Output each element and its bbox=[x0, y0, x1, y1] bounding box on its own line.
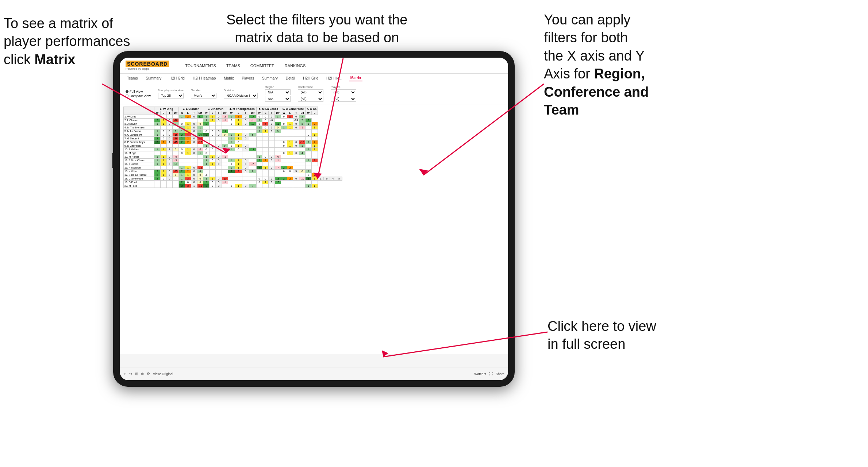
tab-matrix-active[interactable]: Matrix bbox=[349, 75, 362, 81]
table-row: 14. J Lundin11010110010-7 bbox=[124, 162, 342, 166]
region-select-2[interactable]: N/A bbox=[265, 96, 291, 102]
scoreboard-logo: SCOREBOARD Powered by clippd bbox=[126, 61, 169, 70]
player-name-cell: 14. J Lundin bbox=[124, 162, 154, 166]
table-row: 6. C Lamprecht100-16241243000110601 bbox=[124, 133, 342, 137]
matrix-cell: 0 bbox=[166, 177, 173, 181]
matrix-cell bbox=[249, 177, 257, 181]
tab-h2h-he[interactable]: H2H He... bbox=[325, 76, 344, 81]
matrix-cell: 1 bbox=[203, 119, 210, 122]
division-select[interactable]: NCAA Division I bbox=[224, 93, 258, 99]
matrix-cell: 2 bbox=[311, 122, 318, 126]
matrix-cell: 2 bbox=[179, 170, 185, 173]
matrix-cell: 0 bbox=[242, 144, 249, 148]
matrix-cell: 1 bbox=[281, 126, 287, 130]
matrix-cell bbox=[185, 162, 191, 166]
watch-label[interactable]: Watch ▾ bbox=[474, 372, 486, 376]
matrix-cell bbox=[249, 130, 257, 133]
matrix-cell bbox=[222, 151, 228, 155]
zoom-icon[interactable]: ⊕ bbox=[141, 372, 144, 376]
matrix-cell bbox=[203, 137, 210, 140]
tab-players[interactable]: Players bbox=[241, 76, 256, 81]
conference-select-1[interactable]: (All) bbox=[298, 89, 323, 95]
tab-matrix-1[interactable]: Matrix bbox=[222, 76, 235, 81]
matrix-cell: -7 bbox=[274, 166, 281, 170]
matrix-cell: 13 bbox=[274, 177, 281, 181]
matrix-cell bbox=[203, 170, 210, 173]
nav-teams[interactable]: TEAMS bbox=[225, 63, 242, 69]
matrix-cell bbox=[215, 170, 222, 173]
matrix-cell bbox=[249, 173, 257, 177]
matrix-cell bbox=[222, 170, 228, 173]
sh-l4: L bbox=[235, 111, 242, 115]
matrix-cell: 1 bbox=[311, 177, 318, 181]
share-label[interactable]: Share bbox=[496, 372, 504, 376]
fullscreen-icon[interactable]: ⛶ bbox=[489, 372, 493, 376]
compact-view-dot bbox=[126, 94, 128, 97]
undo-icon[interactable]: ↩ bbox=[123, 372, 126, 376]
matrix-cell: -1 bbox=[222, 181, 228, 184]
matrix-cell bbox=[281, 184, 287, 188]
matrix-cell: 0 bbox=[269, 130, 275, 133]
settings-icon[interactable]: ⚙ bbox=[147, 372, 150, 376]
matrix-cell: 3 bbox=[203, 133, 210, 137]
gender-select[interactable]: Men's bbox=[191, 93, 216, 99]
player-name-cell: 17. S De La Fuente bbox=[124, 173, 154, 177]
matrix-cell: 1 bbox=[228, 166, 235, 170]
sh-w2: W bbox=[179, 111, 185, 115]
matrix-cell bbox=[242, 130, 249, 133]
tab-summary[interactable]: Summary bbox=[144, 76, 163, 81]
matrix-cell: 13 bbox=[274, 181, 281, 184]
max-players-select[interactable]: Top 25 bbox=[158, 93, 184, 99]
filter-bar: Full View Compact View Max players in vi… bbox=[120, 83, 508, 104]
matrix-cell: 1 bbox=[311, 133, 318, 137]
matrix-cell bbox=[235, 130, 242, 133]
matrix-cell bbox=[242, 181, 249, 184]
tab-summary-2[interactable]: Summary bbox=[261, 76, 279, 81]
tab-h2h-grid[interactable]: H2H Grid bbox=[168, 76, 186, 81]
matrix-cell: 2 bbox=[287, 166, 293, 170]
matrix-cell bbox=[287, 130, 293, 133]
grid-icon[interactable]: ⊞ bbox=[135, 372, 138, 376]
matrix-cell bbox=[293, 181, 299, 184]
matrix-cell: 0 bbox=[166, 119, 173, 122]
matrix-cell bbox=[210, 137, 216, 140]
matrix-cell: 1 bbox=[191, 133, 197, 137]
nav-tournaments[interactable]: TOURNAMENTS bbox=[184, 63, 218, 69]
tab-h2h-grid-2[interactable]: H2H Grid bbox=[302, 76, 320, 81]
table-row: 18. C Sherwood2001300110-1500013220-1031… bbox=[124, 177, 342, 181]
tab-h2h-heatmap[interactable]: H2H Heatmap bbox=[191, 76, 217, 81]
matrix-cell: 0 bbox=[293, 122, 299, 126]
matrix-cell bbox=[305, 137, 311, 140]
player-name-cell: 2. L Clanton bbox=[124, 119, 154, 122]
matrix-cell bbox=[166, 144, 173, 148]
col-header-6: 6. C Lamprecht bbox=[281, 107, 305, 111]
matrix-cell bbox=[154, 126, 161, 130]
tab-teams[interactable]: Teams bbox=[126, 76, 139, 81]
matrix-cell bbox=[197, 155, 203, 159]
matrix-cell: 0 bbox=[281, 140, 287, 144]
players-select-1[interactable]: (All) bbox=[331, 89, 356, 95]
players-select-2[interactable]: (All) bbox=[331, 96, 356, 102]
player-name-cell: 10. B Valdes bbox=[124, 148, 154, 151]
matrix-cell: 0 bbox=[210, 133, 216, 137]
matrix-cell bbox=[166, 151, 173, 155]
matrix-cell bbox=[215, 122, 222, 126]
redo-icon[interactable]: ↪ bbox=[129, 372, 132, 376]
nav-rankings[interactable]: RANKINGS bbox=[283, 63, 307, 69]
matrix-cell bbox=[222, 122, 228, 126]
matrix-cell: 0 bbox=[166, 155, 173, 159]
tab-detail[interactable]: Detail bbox=[284, 76, 297, 81]
region-select-1[interactable]: N/A bbox=[265, 89, 291, 95]
matrix-cell bbox=[235, 181, 242, 184]
annotation-tr-bold1: Region, bbox=[594, 66, 645, 81]
matrix-cell: 0 bbox=[210, 148, 216, 151]
compact-view-radio[interactable]: Compact View bbox=[126, 94, 151, 98]
matrix-cell bbox=[160, 181, 166, 184]
matrix-cell: 0 bbox=[228, 184, 235, 188]
matrix-area[interactable]: 1. W Ding 2. L Clanton 3. J Koivun 4. M … bbox=[120, 104, 508, 354]
player-name-cell: 1. W Ding bbox=[124, 115, 154, 119]
conference-select-2[interactable]: (All) bbox=[298, 96, 323, 102]
full-view-radio[interactable]: Full View bbox=[126, 90, 151, 93]
matrix-cell: 1 bbox=[235, 122, 242, 126]
nav-committee[interactable]: COMMITTEE bbox=[249, 63, 276, 69]
